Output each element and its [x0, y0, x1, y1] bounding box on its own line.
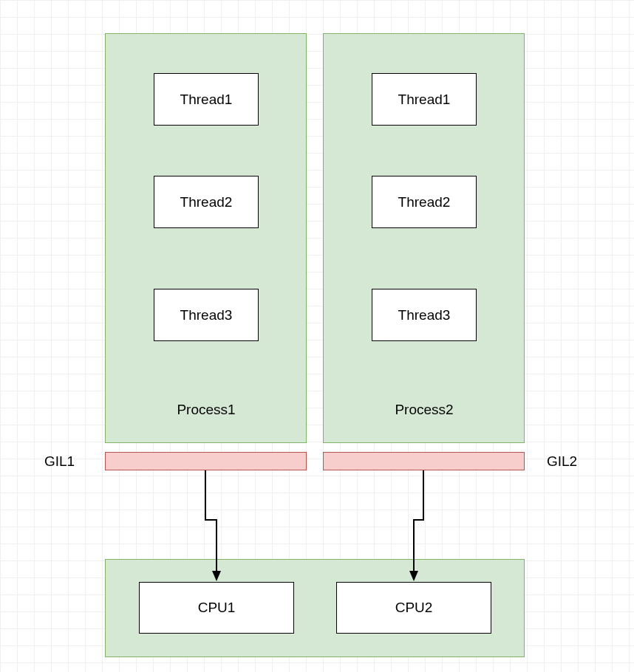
thread-box: Thread2	[372, 176, 477, 228]
arrow-gil1-to-cpu1	[205, 470, 235, 589]
thread-label: Thread1	[398, 92, 451, 108]
cpu-box: CPU1	[139, 582, 294, 634]
arrow-gil2-to-cpu2	[403, 470, 432, 589]
diagram-canvas: Thread1 Thread2 Thread3 Process1 Thread1…	[0, 0, 634, 672]
cpu-label: CPU1	[198, 600, 236, 616]
gil-label-1: GIL1	[44, 453, 96, 470]
gil-box-2	[323, 452, 525, 470]
thread-box: Thread1	[154, 73, 259, 126]
thread-label: Thread1	[180, 92, 233, 108]
thread-box: Thread3	[154, 289, 259, 341]
thread-label: Thread3	[180, 307, 233, 323]
svg-marker-0	[212, 571, 221, 581]
thread-label: Thread2	[180, 194, 233, 210]
thread-label: Thread3	[398, 307, 451, 323]
cpu-label: CPU2	[395, 600, 433, 616]
cpu-box: CPU2	[336, 582, 491, 634]
process-label: Process1	[154, 402, 259, 418]
gil-box-1	[105, 452, 307, 470]
gil-label-2: GIL2	[547, 453, 599, 470]
thread-box: Thread1	[372, 73, 477, 126]
process-label: Process2	[372, 402, 477, 418]
svg-marker-1	[409, 571, 418, 581]
thread-box: Thread3	[372, 289, 477, 341]
thread-label: Thread2	[398, 194, 451, 210]
thread-box: Thread2	[154, 176, 259, 228]
